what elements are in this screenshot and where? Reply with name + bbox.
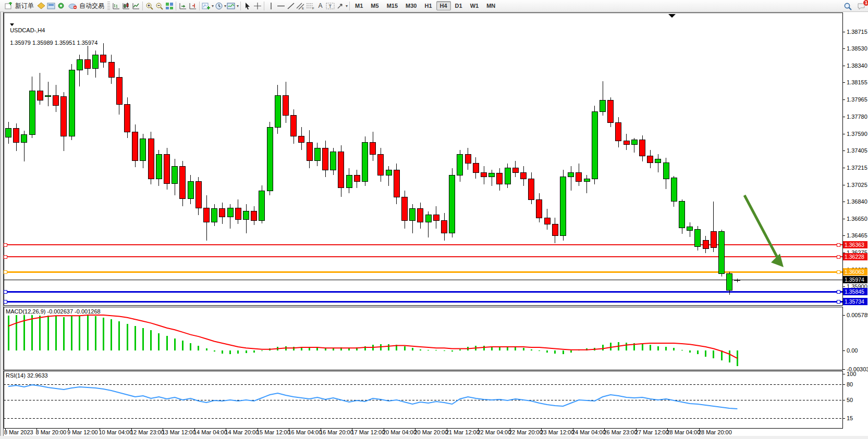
svg-text:1.37025: 1.37025 [847,182,867,188]
symbol-dropdown-icon[interactable] [10,23,14,26]
macd-bar [166,336,168,350]
macd-bar [650,345,651,350]
arrows-dropdown-arrow[interactable]: ▾ [346,4,348,8]
candle [275,96,280,128]
macd-bar [31,315,33,350]
auto-trading-label: 自动交易 [79,2,104,10]
svg-text:22 Mar 04:00: 22 Mar 04:00 [478,429,511,435]
macd-bar [444,350,445,351]
bar-chart-icon[interactable] [111,1,121,10]
zoom-out-icon[interactable] [154,1,164,10]
svg-text:28 Mar 04:00: 28 Mar 04:00 [667,429,701,435]
new-order-button[interactable]: 新订单 [2,1,36,11]
candle [442,220,447,233]
svg-text:23 Mar 12:00: 23 Mar 12:00 [541,429,574,435]
candle [267,127,273,191]
svg-text:13 Mar 12:00: 13 Mar 12:00 [162,429,196,435]
timeframe-button-m5[interactable]: M5 [367,1,382,10]
macd-bar [253,350,255,353]
candle [711,231,716,247]
svg-text:80: 80 [847,381,853,387]
crosshair-icon[interactable] [252,1,262,10]
templates-icon[interactable] [226,1,236,10]
candle [592,112,597,179]
macd-bar [87,316,89,350]
trendline-tool-icon[interactable] [286,1,296,10]
candle [624,141,629,144]
line-chart-icon[interactable] [131,1,141,10]
candle [291,116,297,136]
notifications-icon[interactable]: 1 [856,2,866,11]
macd-bar [721,350,723,360]
svg-text:15 Mar 12:00: 15 Mar 12:00 [256,429,290,435]
macd-bar [158,333,160,350]
text-tool-icon[interactable]: A [315,1,325,10]
candle [14,128,19,143]
horizontal-line-tool-icon[interactable] [276,1,286,10]
search-icon[interactable] [843,2,853,11]
timeframe-button-m15[interactable]: M15 [383,1,401,10]
toolbar-separator [349,2,350,10]
candle [663,162,669,179]
candle [219,209,225,217]
timeframe-button-d1[interactable]: D1 [451,1,466,10]
macd-bar [412,348,413,350]
candle [307,143,312,161]
candle [449,175,455,233]
text-label-tool-icon[interactable]: T [325,1,335,10]
ohlc-readout: 1.35979 1.35989 1.35951 1.35974 [10,40,97,46]
candle [497,173,503,184]
candle [640,140,645,156]
macd-bar [657,346,659,350]
macd-bar [729,350,730,362]
macd-bar [325,348,326,350]
macd-bar [47,316,49,350]
timeframe-button-m1[interactable]: M1 [351,1,366,10]
macd-bar [713,350,714,358]
auto-scroll-icon[interactable] [178,1,188,10]
macd-bar [150,330,152,350]
tile-windows-icon[interactable] [164,1,174,10]
cursor-icon[interactable] [242,1,252,10]
signals-icon[interactable] [56,1,66,10]
fibonacci-tool-icon[interactable]: F [305,1,315,10]
svg-text:20 Mar 04:00: 20 Mar 04:00 [383,429,417,435]
candle [156,154,162,179]
vertical-line-tool-icon[interactable] [266,1,276,10]
arrows-tool-icon[interactable] [335,1,345,10]
toolbar-separator [240,2,241,10]
line-handle [837,300,840,303]
candle [346,175,352,187]
svg-text:1.36650: 1.36650 [847,216,867,222]
chart-shift-marker[interactable] [668,14,676,18]
candle [370,143,376,155]
svg-text:1.37780: 1.37780 [847,114,867,120]
macd-bar [198,346,199,350]
market-watch-icon[interactable] [36,1,46,10]
chart-shift-icon[interactable] [188,1,198,10]
candle [29,91,35,134]
timeframe-button-mn[interactable]: MN [483,1,499,10]
candle [679,202,685,228]
macd-bar [610,343,612,350]
svg-text:10 Mar 04:00: 10 Mar 04:00 [99,429,133,435]
timeframe-button-m30[interactable]: M30 [402,1,420,10]
data-window-icon[interactable] [46,1,56,10]
indicators-icon[interactable] [201,1,211,10]
notification-badge[interactable]: 1 [863,0,868,6]
svg-text:28 Mar 20:00: 28 Mar 20:00 [698,429,732,435]
periods-clock-icon[interactable] [214,1,224,10]
candlestick-chart-icon[interactable] [121,1,131,10]
auto-trading-button[interactable]: 自动交易 [66,1,106,11]
timeframe-button-w1[interactable]: W1 [467,1,483,10]
templates-dropdown-arrow[interactable]: ▾ [237,4,239,8]
timeframe-button-h4[interactable]: H4 [436,1,451,10]
zoom-in-icon[interactable] [144,1,154,10]
new-order-label: 新订单 [15,2,34,10]
price-chart[interactable]: 1.387151.385301.383401.381551.379651.377… [0,0,868,439]
candle [6,128,11,137]
timeframe-button-h1[interactable]: H1 [421,1,435,10]
candle [473,164,479,172]
candle [425,215,431,222]
channel-tool-icon[interactable]: E [296,1,305,10]
